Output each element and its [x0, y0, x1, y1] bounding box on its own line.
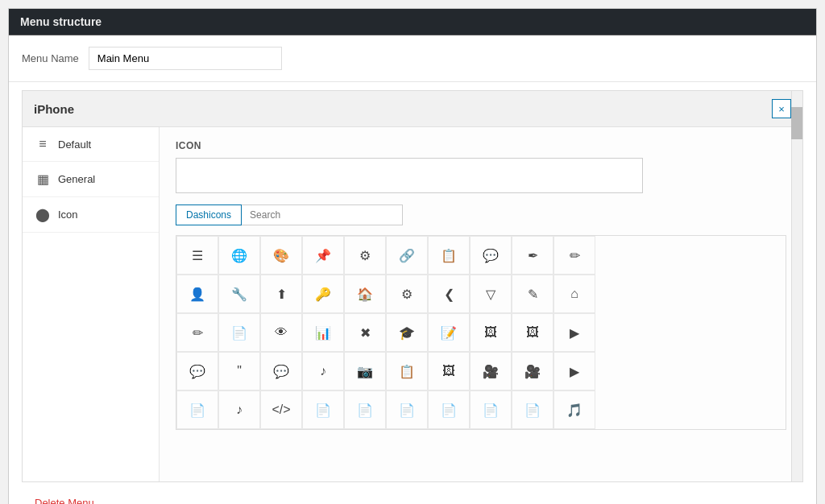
- icon-cell[interactable]: 📄: [470, 390, 512, 429]
- icon-cell[interactable]: 📌: [302, 236, 344, 275]
- main-content-area: Icon Dashicons ☰ 🌐 🎨 📌 ⚙ 🔗 �: [160, 127, 802, 481]
- icon-cell[interactable]: </>: [260, 390, 302, 429]
- icon-cell[interactable]: 📊: [302, 313, 344, 352]
- delete-menu-link[interactable]: Delete Menu: [22, 490, 803, 504]
- icon-cell[interactable]: 🔗: [386, 236, 428, 275]
- icon-cell[interactable]: ⚙: [344, 236, 386, 275]
- icon-cell[interactable]: ✎: [512, 275, 553, 313]
- icon-cell[interactable]: 📄: [176, 390, 218, 429]
- icon-cell[interactable]: 📝: [428, 313, 470, 352]
- menu-name-input[interactable]: [89, 47, 282, 70]
- icon-cell[interactable]: 👁: [260, 313, 302, 352]
- icon-cell[interactable]: ▽: [470, 275, 512, 313]
- icon-cell[interactable]: 🔧: [218, 275, 260, 313]
- menu-icon: ≡: [35, 137, 50, 151]
- scroll-thumb[interactable]: [791, 107, 802, 139]
- icon-cell[interactable]: 🖼: [428, 352, 470, 390]
- icon-filter-row: Dashicons: [176, 204, 786, 225]
- icon-cell[interactable]: ☰: [176, 236, 218, 275]
- icon-cell[interactable]: ✏: [553, 236, 595, 275]
- sidebar-general-label: General: [58, 173, 95, 185]
- menu-name-label: Menu Name: [22, 52, 79, 64]
- icon-cell[interactable]: ▶: [553, 313, 595, 352]
- dashicons-button[interactable]: Dashicons: [176, 204, 242, 225]
- search-input[interactable]: [242, 204, 403, 225]
- iphone-section: iPhone × ≡ Default ▦ General ⬤ Icon: [22, 90, 803, 482]
- icon-cell[interactable]: 💬: [260, 352, 302, 390]
- iphone-title: iPhone: [34, 102, 74, 116]
- icon-cell[interactable]: 🎵: [553, 390, 595, 429]
- sidebar-item-icon[interactable]: ⬤ Icon: [23, 197, 159, 233]
- icon-cell[interactable]: 📄: [218, 313, 260, 352]
- icon-cell[interactable]: 🎥: [512, 352, 553, 390]
- icon-cell[interactable]: 🎥: [470, 352, 512, 390]
- icon-cell[interactable]: ♪: [302, 352, 344, 390]
- icon-cell[interactable]: ⬆: [260, 275, 302, 313]
- icon-cell[interactable]: 🖼: [470, 313, 512, 352]
- icon-cell[interactable]: ✒: [512, 236, 553, 275]
- sidebar: ≡ Default ▦ General ⬤ Icon: [23, 127, 160, 481]
- icon-cell[interactable]: 📄: [344, 390, 386, 429]
- icon-cell[interactable]: ⚙: [386, 275, 428, 313]
- icon-cell[interactable]: 🖼: [512, 313, 553, 352]
- icon-cell[interactable]: ✏: [176, 313, 218, 352]
- icon-cell[interactable]: 👤: [176, 275, 218, 313]
- icon-cell[interactable]: 📋: [386, 352, 428, 390]
- icon-cell[interactable]: ⌂: [553, 275, 595, 313]
- sidebar-item-general[interactable]: ▦ General: [23, 162, 159, 197]
- sidebar-icon-label: Icon: [58, 209, 78, 221]
- icon-cell[interactable]: 🌐: [218, 236, 260, 275]
- icon-grid: ☰ 🌐 🎨 📌 ⚙ 🔗 📋 💬 ✒ ✏ 👤 🔧 ⬆: [176, 235, 786, 430]
- scrollbar[interactable]: [791, 91, 802, 481]
- icon-cell[interactable]: 📄: [512, 390, 553, 429]
- icon-cell[interactable]: ❮: [428, 275, 470, 313]
- panel-title: Menu structure: [20, 15, 102, 28]
- iphone-header: iPhone ×: [23, 91, 802, 127]
- menu-structure-panel: Menu structure Menu Name iPhone × ≡ Defa…: [8, 8, 817, 504]
- icon-cell[interactable]: ": [218, 352, 260, 390]
- grid-icon: ▦: [35, 171, 50, 187]
- icon-cell[interactable]: 🏠: [344, 275, 386, 313]
- icon-cell[interactable]: 💬: [470, 236, 512, 275]
- panel-header: Menu structure: [9, 9, 816, 35]
- icon-cell[interactable]: 🎨: [260, 236, 302, 275]
- sidebar-item-default[interactable]: ≡ Default: [23, 127, 159, 162]
- sidebar-default-label: Default: [58, 138, 91, 151]
- icon-cell[interactable]: 🎓: [386, 313, 428, 352]
- icon-preview-box: [176, 158, 643, 193]
- icon-cell[interactable]: 📷: [344, 352, 386, 390]
- icon-cell[interactable]: 📋: [428, 236, 470, 275]
- icon-cell[interactable]: 🔑: [302, 275, 344, 313]
- circle-icon: ⬤: [35, 207, 50, 222]
- icon-cell[interactable]: ▶: [553, 352, 595, 390]
- icon-section-label: Icon: [176, 140, 786, 151]
- close-button[interactable]: ×: [772, 99, 791, 118]
- page-wrapper: Menu structure Menu Name iPhone × ≡ Defa…: [0, 8, 825, 504]
- icon-cell[interactable]: 📄: [428, 390, 470, 429]
- icon-cell[interactable]: ♪: [218, 390, 260, 429]
- icon-cell[interactable]: 📄: [386, 390, 428, 429]
- iphone-body: ≡ Default ▦ General ⬤ Icon Icon: [23, 127, 802, 481]
- icon-cell[interactable]: 💬: [176, 352, 218, 390]
- icon-cell[interactable]: ✖: [344, 313, 386, 352]
- icon-cell[interactable]: 📄: [302, 390, 344, 429]
- bottom-section: Delete Menu: [9, 490, 816, 504]
- menu-name-row: Menu Name: [9, 35, 816, 82]
